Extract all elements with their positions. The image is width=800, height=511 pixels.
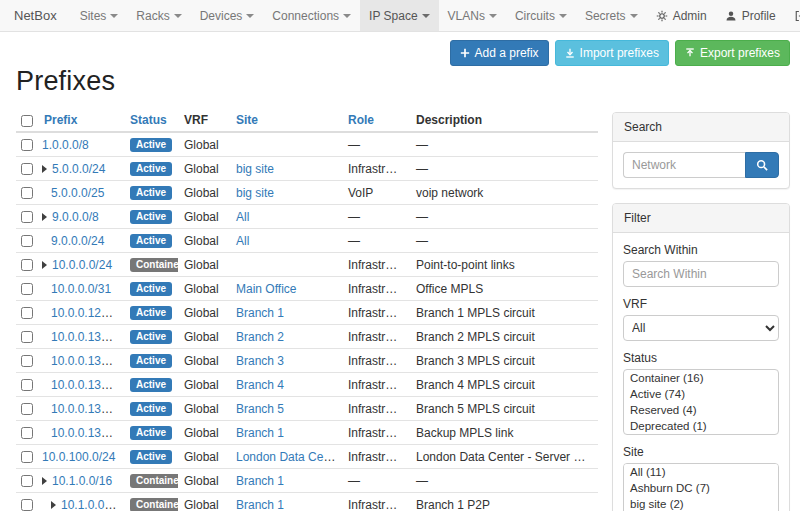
table-row: 10.1.0.0/24ContainerGlobalBranch 1Infras… (16, 493, 598, 511)
export-prefixes-button[interactable]: Export prefixes (675, 40, 790, 66)
row-checkbox[interactable] (21, 187, 33, 199)
prefix-link[interactable]: 5.0.0.0/24 (52, 162, 105, 176)
row-checkbox[interactable] (21, 307, 33, 319)
prefix-link[interactable]: 10.0.0.0/31 (51, 282, 111, 296)
prefix-link[interactable]: 10.0.0.134/31 (51, 378, 124, 392)
role-value: — (348, 234, 360, 248)
prefix-link[interactable]: 10.0.0.138/31 (51, 426, 124, 440)
vrf-select[interactable]: All (623, 315, 779, 341)
status-listbox[interactable]: Container (16)Active (74)Reserved (4)Dep… (623, 369, 779, 435)
row-checkbox[interactable] (21, 283, 33, 295)
select-all-checkbox[interactable] (21, 115, 33, 127)
prefix-link[interactable]: 10.0.0.132/31 (51, 354, 124, 368)
nav-item-sites[interactable]: Sites (71, 0, 128, 31)
row-checkbox[interactable] (21, 139, 33, 151)
prefix-link[interactable]: 10.1.0.0/24 (61, 498, 121, 511)
row-checkbox[interactable] (21, 211, 33, 223)
prefix-link[interactable]: 10.1.0.0/16 (52, 474, 112, 488)
prefix-table-body: 1.0.0.0/8ActiveGlobal——5.0.0.0/24ActiveG… (16, 132, 598, 511)
nav-item-profile[interactable]: Profile (716, 0, 785, 31)
site-link[interactable]: All (236, 210, 249, 224)
nav-item-racks[interactable]: Racks (127, 0, 190, 31)
vrf-value: Global (184, 474, 219, 488)
nav-item-secrets[interactable]: Secrets (576, 0, 647, 31)
row-checkbox[interactable] (21, 163, 33, 175)
nav-item-connections[interactable]: Connections (263, 0, 360, 31)
site-link[interactable]: Branch 1 (236, 426, 284, 440)
site-link[interactable]: London Data Center (236, 450, 342, 464)
role-value: Infrastructure (348, 162, 410, 176)
vrf-value: Global (184, 306, 219, 320)
column-header-vrf: VRF (178, 109, 230, 132)
row-checkbox[interactable] (21, 379, 33, 391)
prefix-link[interactable]: 1.0.0.0/8 (42, 138, 89, 152)
listbox-option[interactable]: Reserved (4) (624, 402, 778, 418)
nav-item-label: Secrets (585, 9, 626, 23)
app-brand[interactable]: NetBox (0, 0, 71, 31)
search-input[interactable] (623, 152, 745, 178)
column-header-description: Description (410, 109, 598, 132)
description-value: — (416, 474, 428, 488)
listbox-option[interactable]: Deprecated (1) (624, 418, 778, 434)
vrf-label: VRF (623, 297, 779, 311)
column-header-status[interactable]: Status (124, 109, 178, 132)
site-listbox[interactable]: All (11)Ashburn DC (7)big site (2)Branch… (623, 463, 779, 511)
nav-item-label: Devices (200, 9, 243, 23)
search-within-input[interactable] (623, 261, 779, 287)
site-link[interactable]: big site (236, 186, 274, 200)
row-checkbox[interactable] (21, 259, 33, 271)
row-checkbox[interactable] (21, 451, 33, 463)
user-icon (725, 10, 737, 22)
vrf-value: Global (184, 282, 219, 296)
column-header-site[interactable]: Site (230, 109, 342, 132)
import-prefixes-button[interactable]: Import prefixes (555, 40, 669, 66)
prefix-link[interactable]: 9.0.0.0/8 (52, 210, 99, 224)
row-checkbox[interactable] (21, 499, 33, 511)
site-link[interactable]: Branch 1 (236, 306, 284, 320)
expand-arrow-icon (51, 501, 56, 509)
listbox-option[interactable]: Container (16) (624, 370, 778, 386)
prefix-link[interactable]: 10.0.100.0/24 (42, 450, 115, 464)
column-header-role[interactable]: Role (342, 109, 410, 132)
nav-item-label: IP Space (369, 9, 417, 23)
row-checkbox[interactable] (21, 403, 33, 415)
nav-item-circuits[interactable]: Circuits (506, 0, 576, 31)
listbox-option[interactable]: Ashburn DC (7) (624, 480, 778, 496)
site-link[interactable]: big site (236, 162, 274, 176)
prefix-link[interactable]: 10.0.0.128/31 (51, 306, 124, 320)
nav-item-admin[interactable]: Admin (647, 0, 716, 31)
listbox-option[interactable]: big site (2) (624, 496, 778, 511)
row-checkbox[interactable] (21, 427, 33, 439)
sidebar: Search Filter (612, 112, 790, 511)
site-link[interactable]: All (236, 234, 249, 248)
row-checkbox[interactable] (21, 475, 33, 487)
site-link[interactable]: Branch 3 (236, 354, 284, 368)
nav-item-ip-space[interactable]: IP Space (360, 0, 438, 31)
prefix-link[interactable]: 9.0.0.0/24 (51, 234, 104, 248)
listbox-option[interactable]: All (11) (624, 464, 778, 480)
prefix-link[interactable]: 10.0.0.130/31 (51, 330, 124, 344)
row-checkbox[interactable] (21, 355, 33, 367)
site-link[interactable]: Main Office (236, 282, 296, 296)
prefix-link[interactable]: 10.0.0.136/31 (51, 402, 124, 416)
search-icon (756, 159, 768, 171)
nav-item-vlans[interactable]: VLANs (439, 0, 506, 31)
nav-item-devices[interactable]: Devices (191, 0, 264, 31)
listbox-option[interactable]: Active (74) (624, 386, 778, 402)
site-link[interactable]: Branch 5 (236, 402, 284, 416)
prefix-link[interactable]: 5.0.0.0/25 (51, 186, 104, 200)
column-header-prefix[interactable]: Prefix (38, 109, 124, 132)
site-link[interactable]: Branch 1 (236, 498, 284, 511)
table-row: 10.0.0.130/31ActiveGlobalBranch 2Infrast… (16, 325, 598, 349)
search-button[interactable] (745, 152, 779, 178)
add-a-prefix-button[interactable]: Add a prefix (450, 40, 549, 66)
description-value: — (416, 234, 428, 248)
row-checkbox[interactable] (21, 235, 33, 247)
site-link[interactable]: Branch 1 (236, 474, 284, 488)
prefix-link[interactable]: 10.0.0.0/24 (52, 258, 112, 272)
table-row: 5.0.0.0/24ActiveGlobalbig siteInfrastruc… (16, 157, 598, 181)
row-checkbox[interactable] (21, 331, 33, 343)
site-link[interactable]: Branch 2 (236, 330, 284, 344)
site-link[interactable]: Branch 4 (236, 378, 284, 392)
nav-item-log-out[interactable]: Log out (785, 0, 800, 31)
